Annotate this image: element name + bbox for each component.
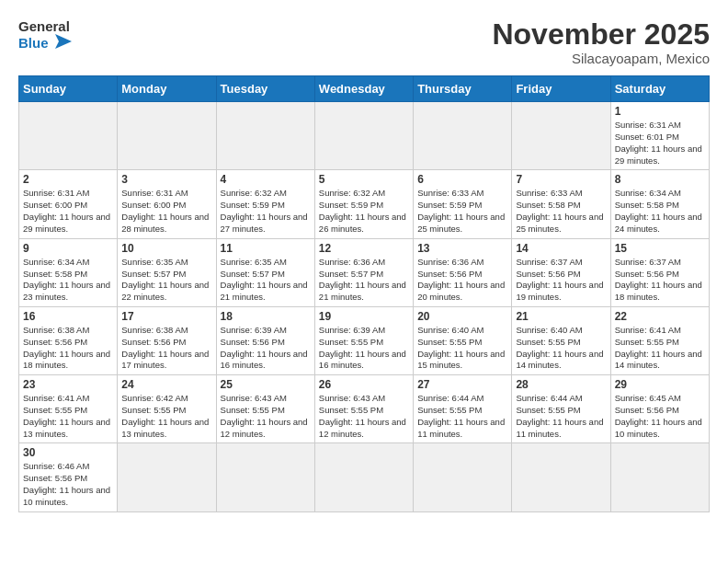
calendar-day-cell (118, 102, 216, 170)
calendar-day-cell: 30Sunrise: 6:46 AM Sunset: 5:56 PM Dayli… (19, 443, 118, 511)
day-info: Sunrise: 6:31 AM Sunset: 6:01 PM Dayligh… (615, 120, 705, 167)
calendar-day-cell: 4Sunrise: 6:32 AM Sunset: 5:59 PM Daylig… (216, 170, 314, 238)
day-info: Sunrise: 6:35 AM Sunset: 5:57 PM Dayligh… (221, 257, 311, 304)
calendar-week-4: 16Sunrise: 6:38 AM Sunset: 5:56 PM Dayli… (19, 306, 710, 374)
day-info: Sunrise: 6:44 AM Sunset: 5:55 PM Dayligh… (417, 393, 507, 440)
day-info: Sunrise: 6:43 AM Sunset: 5:55 PM Dayligh… (319, 393, 409, 440)
day-info: Sunrise: 6:37 AM Sunset: 5:56 PM Dayligh… (615, 257, 705, 304)
weekday-header-friday: Friday (512, 76, 610, 102)
month-title: November 2025 (492, 18, 710, 51)
day-info: Sunrise: 6:41 AM Sunset: 5:55 PM Dayligh… (615, 325, 705, 372)
day-number: 29 (615, 378, 705, 391)
page-header: General Blue November 2025 Silacayoapam,… (18, 18, 710, 66)
calendar-day-cell: 1Sunrise: 6:31 AM Sunset: 6:01 PM Daylig… (610, 102, 709, 170)
day-number: 17 (121, 310, 211, 323)
day-number: 24 (121, 378, 211, 391)
calendar-week-3: 9Sunrise: 6:34 AM Sunset: 5:58 PM Daylig… (19, 238, 710, 306)
calendar-day-cell (314, 443, 413, 511)
day-number: 27 (417, 378, 507, 391)
calendar-day-cell (216, 443, 314, 511)
day-number: 3 (121, 173, 211, 186)
calendar-day-cell: 10Sunrise: 6:35 AM Sunset: 5:57 PM Dayli… (118, 238, 216, 306)
calendar-day-cell (216, 102, 314, 170)
calendar-day-cell: 26Sunrise: 6:43 AM Sunset: 5:55 PM Dayli… (314, 375, 413, 443)
day-info: Sunrise: 6:39 AM Sunset: 5:56 PM Dayligh… (221, 325, 311, 372)
calendar-day-cell: 15Sunrise: 6:37 AM Sunset: 5:56 PM Dayli… (610, 238, 709, 306)
weekday-header-wednesday: Wednesday (314, 76, 413, 102)
calendar-week-2: 2Sunrise: 6:31 AM Sunset: 6:00 PM Daylig… (19, 170, 710, 238)
day-number: 26 (319, 378, 409, 391)
day-info: Sunrise: 6:42 AM Sunset: 5:55 PM Dayligh… (121, 393, 211, 440)
weekday-header-row: SundayMondayTuesdayWednesdayThursdayFrid… (19, 76, 710, 102)
calendar-day-cell: 18Sunrise: 6:39 AM Sunset: 5:56 PM Dayli… (216, 306, 314, 374)
day-info: Sunrise: 6:39 AM Sunset: 5:55 PM Dayligh… (319, 325, 409, 372)
day-info: Sunrise: 6:31 AM Sunset: 6:00 PM Dayligh… (23, 188, 113, 235)
day-number: 1 (615, 105, 705, 118)
day-number: 5 (319, 173, 409, 186)
day-number: 6 (417, 173, 507, 186)
calendar-day-cell: 6Sunrise: 6:33 AM Sunset: 5:59 PM Daylig… (414, 170, 512, 238)
day-info: Sunrise: 6:34 AM Sunset: 5:58 PM Dayligh… (23, 257, 113, 304)
calendar: SundayMondayTuesdayWednesdayThursdayFrid… (18, 75, 710, 512)
calendar-day-cell: 24Sunrise: 6:42 AM Sunset: 5:55 PM Dayli… (118, 375, 216, 443)
day-number: 7 (516, 173, 606, 186)
blue-arrow-icon (51, 34, 72, 51)
calendar-day-cell (118, 443, 216, 511)
day-number: 12 (319, 242, 409, 255)
calendar-day-cell (314, 102, 413, 170)
day-info: Sunrise: 6:33 AM Sunset: 5:59 PM Dayligh… (417, 188, 507, 235)
logo-text: General Blue (18, 18, 72, 51)
day-number: 8 (615, 173, 705, 186)
calendar-day-cell: 20Sunrise: 6:40 AM Sunset: 5:55 PM Dayli… (414, 306, 512, 374)
calendar-day-cell: 21Sunrise: 6:40 AM Sunset: 5:55 PM Dayli… (512, 306, 610, 374)
calendar-day-cell: 5Sunrise: 6:32 AM Sunset: 5:59 PM Daylig… (314, 170, 413, 238)
calendar-day-cell: 8Sunrise: 6:34 AM Sunset: 5:58 PM Daylig… (610, 170, 709, 238)
day-number: 2 (23, 173, 113, 186)
day-info: Sunrise: 6:31 AM Sunset: 6:00 PM Dayligh… (121, 188, 211, 235)
day-number: 20 (417, 310, 507, 323)
calendar-day-cell: 7Sunrise: 6:33 AM Sunset: 5:58 PM Daylig… (512, 170, 610, 238)
weekday-header-tuesday: Tuesday (216, 76, 314, 102)
svg-marker-0 (55, 34, 72, 49)
day-info: Sunrise: 6:44 AM Sunset: 5:55 PM Dayligh… (516, 393, 606, 440)
day-info: Sunrise: 6:36 AM Sunset: 5:56 PM Dayligh… (417, 257, 507, 304)
day-info: Sunrise: 6:37 AM Sunset: 5:56 PM Dayligh… (516, 257, 606, 304)
day-number: 19 (319, 310, 409, 323)
day-info: Sunrise: 6:40 AM Sunset: 5:55 PM Dayligh… (516, 325, 606, 372)
calendar-week-6: 30Sunrise: 6:46 AM Sunset: 5:56 PM Dayli… (19, 443, 710, 511)
day-number: 28 (516, 378, 606, 391)
day-info: Sunrise: 6:33 AM Sunset: 5:58 PM Dayligh… (516, 188, 606, 235)
calendar-day-cell (512, 443, 610, 511)
day-number: 9 (23, 242, 113, 255)
calendar-day-cell: 27Sunrise: 6:44 AM Sunset: 5:55 PM Dayli… (414, 375, 512, 443)
day-number: 11 (221, 242, 311, 255)
day-number: 14 (516, 242, 606, 255)
weekday-header-thursday: Thursday (414, 76, 512, 102)
calendar-day-cell: 3Sunrise: 6:31 AM Sunset: 6:00 PM Daylig… (118, 170, 216, 238)
calendar-day-cell: 23Sunrise: 6:41 AM Sunset: 5:55 PM Dayli… (19, 375, 118, 443)
day-info: Sunrise: 6:38 AM Sunset: 5:56 PM Dayligh… (121, 325, 211, 372)
day-number: 13 (417, 242, 507, 255)
calendar-day-cell: 13Sunrise: 6:36 AM Sunset: 5:56 PM Dayli… (414, 238, 512, 306)
day-number: 22 (615, 310, 705, 323)
calendar-day-cell (414, 443, 512, 511)
calendar-day-cell: 12Sunrise: 6:36 AM Sunset: 5:57 PM Dayli… (314, 238, 413, 306)
calendar-day-cell: 19Sunrise: 6:39 AM Sunset: 5:55 PM Dayli… (314, 306, 413, 374)
day-number: 25 (221, 378, 311, 391)
calendar-day-cell: 11Sunrise: 6:35 AM Sunset: 5:57 PM Dayli… (216, 238, 314, 306)
calendar-day-cell: 28Sunrise: 6:44 AM Sunset: 5:55 PM Dayli… (512, 375, 610, 443)
calendar-week-1: 1Sunrise: 6:31 AM Sunset: 6:01 PM Daylig… (19, 102, 710, 170)
day-number: 4 (221, 173, 311, 186)
calendar-day-cell (610, 443, 709, 511)
day-number: 16 (23, 310, 113, 323)
day-number: 10 (121, 242, 211, 255)
day-info: Sunrise: 6:34 AM Sunset: 5:58 PM Dayligh… (615, 188, 705, 235)
calendar-day-cell (414, 102, 512, 170)
day-info: Sunrise: 6:43 AM Sunset: 5:55 PM Dayligh… (221, 393, 311, 440)
calendar-day-cell: 2Sunrise: 6:31 AM Sunset: 6:00 PM Daylig… (19, 170, 118, 238)
logo: General Blue (18, 18, 72, 51)
weekday-header-saturday: Saturday (610, 76, 709, 102)
day-info: Sunrise: 6:32 AM Sunset: 5:59 PM Dayligh… (221, 188, 311, 235)
calendar-day-cell: 14Sunrise: 6:37 AM Sunset: 5:56 PM Dayli… (512, 238, 610, 306)
calendar-day-cell: 16Sunrise: 6:38 AM Sunset: 5:56 PM Dayli… (19, 306, 118, 374)
